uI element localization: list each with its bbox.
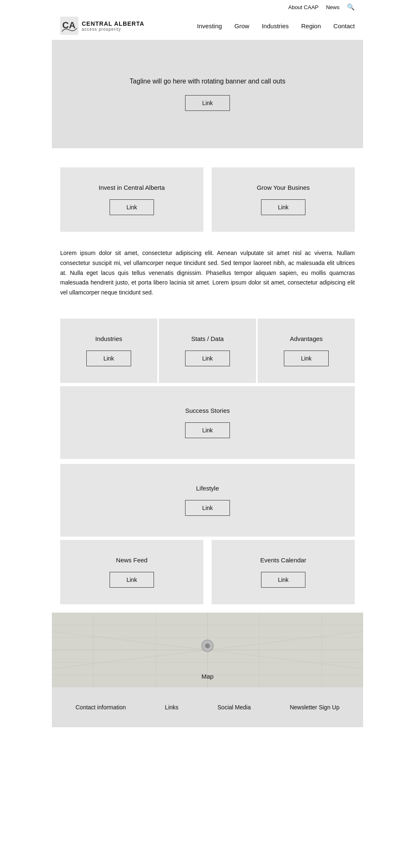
footer-columns: Contact information Links Social Media N… [60,704,355,711]
lifestyle-link-button[interactable]: Link [185,500,230,516]
nav-region[interactable]: Region [301,22,321,29]
hero-tagline: Tagline will go here with rotating banne… [129,78,285,85]
stats-card: Stats / Data Link [159,319,258,383]
invest-card-title: Invest in Central Alberta [99,184,165,191]
industries-card-title: Industries [95,335,122,342]
success-card-title: Success Stories [185,407,230,414]
industries-card: Industries Link [60,319,159,383]
advantages-card-title: Advantages [290,335,322,342]
grow-card-title: Grow Your Busines [257,184,310,191]
logo-text: CENTRAL ALBERTA access prosperity [82,20,144,32]
lifestyle-card: Lifestyle Link [60,464,355,537]
footer-col-social: Social Media [217,704,251,711]
main-nav: Investing Grow Industries Region Contact [197,22,355,29]
logo-main-name: CENTRAL ALBERTA [82,20,144,27]
logo-sub-name: access prosperity [82,27,144,32]
three-col-cards: Industries Link Stats / Data Link Advant… [60,319,355,383]
events-card: Events Calendar Link [212,540,355,604]
nav-contact[interactable]: Contact [333,22,355,29]
footer-col-newsletter: Newsletter Sign Up [290,704,339,711]
logo[interactable]: CA CENTRAL ALBERTA access prosperity [60,17,144,35]
footer-newsletter-label: Newsletter Sign Up [290,704,339,711]
events-link-button[interactable]: Link [261,572,306,588]
success-link-button[interactable]: Link [185,422,230,438]
grow-card: Grow Your Busines Link [212,167,355,232]
news-feed-link-button[interactable]: Link [110,572,154,588]
stats-link-button[interactable]: Link [185,351,230,366]
events-card-title: Events Calendar [260,557,306,564]
search-icon[interactable]: 🔍 [347,3,355,11]
footer-social-label: Social Media [217,704,251,711]
footer-links-label: Links [165,704,178,711]
footer-col-contact: Contact information [76,704,126,711]
nav-industries[interactable]: Industries [262,22,289,29]
footer: Contact information Links Social Media N… [52,687,363,727]
invest-grow-cards: Invest in Central Alberta Link Grow Your… [60,167,355,232]
map-placeholder: Map [52,613,363,687]
logo-nav: CA CENTRAL ALBERTA access prosperity Inv… [52,14,363,40]
news-feed-card: News Feed Link [60,540,203,604]
top-bar: About CAAP News 🔍 [52,0,363,14]
advantages-link-button[interactable]: Link [284,351,329,366]
footer-contact-label: Contact information [76,704,126,711]
logo-icon: CA [60,17,78,35]
stats-card-title: Stats / Data [191,335,224,342]
invest-grow-section: Invest in Central Alberta Link Grow Your… [52,155,363,244]
body-text-section: Lorem ipsum dolor sit amet, consectetur … [52,244,363,310]
news-feed-title: News Feed [116,557,148,564]
industries-link-button[interactable]: Link [86,351,131,366]
news-link[interactable]: News [326,4,339,10]
about-caap-link[interactable]: About CAAP [288,4,318,10]
gap-1 [52,148,363,155]
invest-card: Invest in Central Alberta Link [60,167,203,232]
svg-point-16 [205,643,210,648]
news-events-cards: News Feed Link Events Calendar Link [60,540,355,604]
hero-banner: Tagline will go here with rotating banne… [52,40,363,148]
map-label: Map [201,673,213,680]
footer-col-links: Links [165,704,178,711]
success-card: Success Stories Link [60,386,355,459]
body-text: Lorem ipsum dolor sit amet, consectetur … [60,248,355,298]
advantages-card: Advantages Link [258,319,355,383]
hero-link-button[interactable]: Link [185,95,230,111]
nav-grow[interactable]: Grow [234,22,249,29]
sections-area: Industries Link Stats / Data Link Advant… [52,310,363,613]
svg-text:CA: CA [62,20,76,30]
map-section: Map [52,613,363,687]
grow-link-button[interactable]: Link [261,199,306,215]
lifestyle-card-title: Lifestyle [196,485,219,492]
invest-link-button[interactable]: Link [110,199,154,215]
nav-investing[interactable]: Investing [197,22,222,29]
